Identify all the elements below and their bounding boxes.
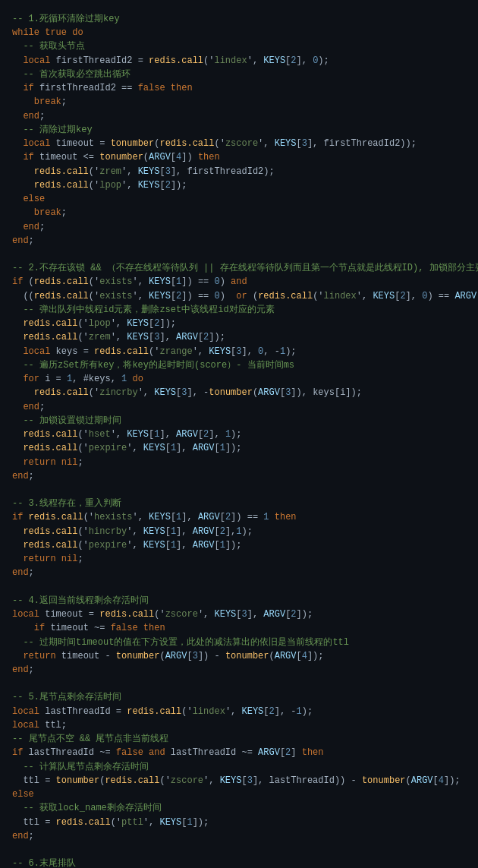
code-block: -- 1.死循环清除过期key while true do -- 获取头节点 l…: [6, 6, 478, 868]
code-container: -- 1.死循环清除过期key while true do -- 获取头节点 l…: [0, 0, 478, 868]
